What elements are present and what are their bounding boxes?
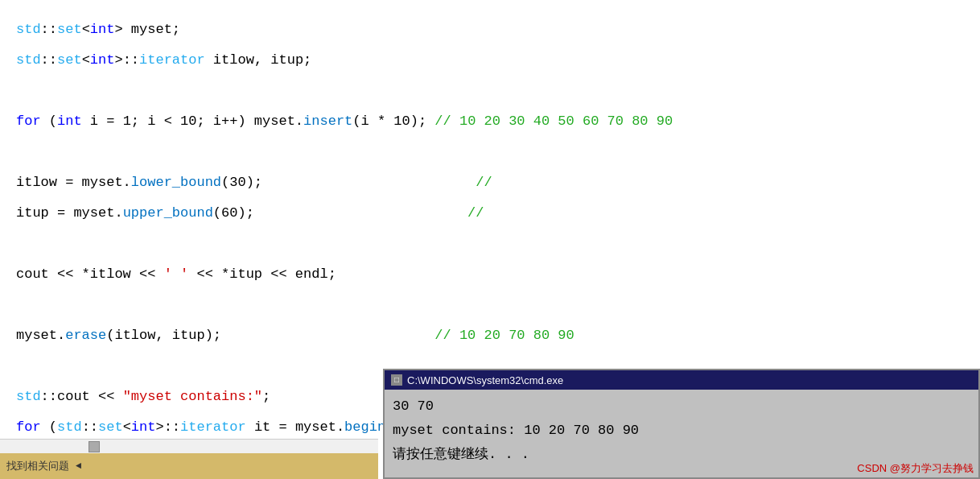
cmd-title-text: C:\WINDOWS\system32\cmd.exe — [407, 374, 563, 386]
csdn-watermark: CSDN @努力学习去挣钱 — [857, 461, 974, 476]
code-line-10 — [16, 290, 964, 320]
code-line-8 — [16, 229, 964, 259]
search-hint-text: 找到相关问题 — [6, 459, 69, 473]
scroll-left-arrow[interactable]: ◄ — [76, 460, 81, 472]
scrollbar-thumb[interactable] — [89, 441, 100, 452]
code-line-9: cout << *itlow << ' ' << *itup << endl; — [16, 259, 964, 290]
cmd-icon: □ — [391, 374, 402, 386]
code-line-1: std::set<int> myset; — [16, 14, 964, 45]
horizontal-scrollbar[interactable] — [0, 439, 378, 453]
code-line-4: for (int i = 1; i < 10; i++) myset.inser… — [16, 106, 964, 137]
cmd-output: 30 70 myset contains: 10 20 70 80 90 请按任… — [385, 390, 978, 472]
code-line-5 — [16, 137, 964, 167]
cmd-line-2: myset contains: 10 20 70 80 90 — [393, 419, 970, 443]
code-line-7: itup = myset.upper_bound(60); // — [16, 198, 964, 229]
code-line-11: myset.erase(itlow, itup); // 10 20 70 80… — [16, 320, 964, 351]
cmd-titlebar: □ C:\WINDOWS\system32\cmd.exe — [385, 370, 978, 390]
code-line-2: std::set<int>::iterator itlow, itup; — [16, 45, 964, 76]
cmd-line-1: 30 70 — [393, 394, 970, 419]
code-line-3 — [16, 76, 964, 106]
bottom-status-bar: 找到相关问题 ◄ — [0, 453, 378, 479]
code-line-6: itlow = myset.lower_bound(30); // — [16, 167, 964, 198]
